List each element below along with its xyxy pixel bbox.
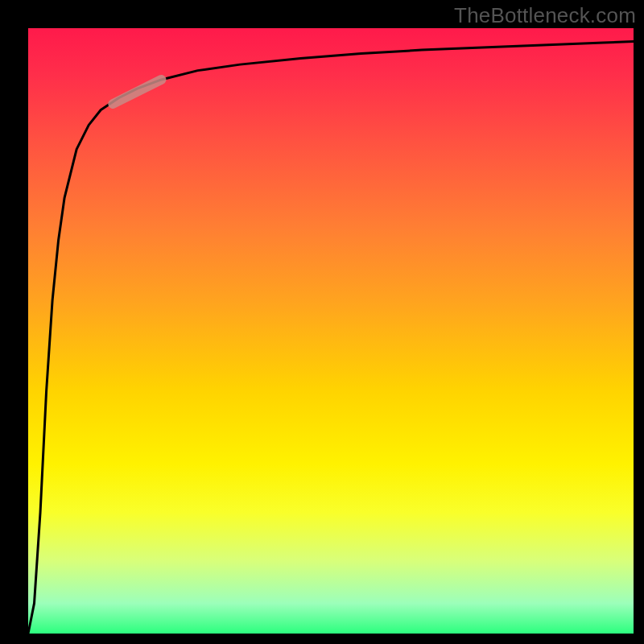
bottleneck-curve (28, 42, 634, 634)
x-axis (28, 634, 634, 636)
chart-svg (28, 28, 634, 634)
chart-frame: TheBottleneck.com (0, 0, 644, 644)
plot-area (28, 28, 634, 634)
watermark-text: TheBottleneck.com (454, 3, 636, 28)
marker-pill (113, 80, 161, 104)
y-axis (26, 28, 28, 636)
curve-layer (28, 42, 634, 634)
